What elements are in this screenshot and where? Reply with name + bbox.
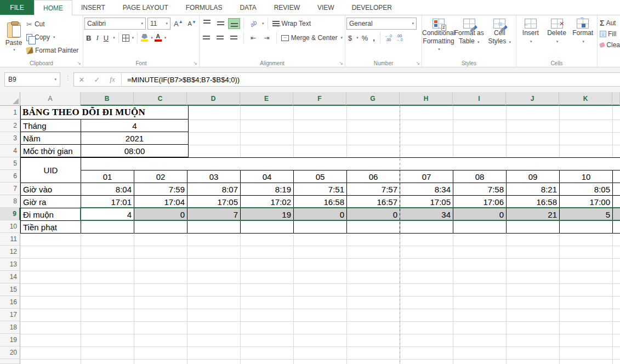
merge-center-dropdown-icon[interactable]: ▾	[340, 36, 343, 40]
name-box[interactable]: B9 ▾	[4, 72, 60, 87]
info-label[interactable]: Mốc thời gian	[21, 145, 81, 157]
select-all-corner[interactable]	[0, 92, 20, 106]
grow-font-button[interactable]: A▲	[172, 20, 185, 28]
formula-text[interactable]: =MINUTE(IF(B7>$B$4;B7-$B$4;0))	[123, 76, 240, 84]
cancel-icon[interactable]: ✕	[74, 76, 89, 84]
row-header-8[interactable]: 8	[0, 195, 20, 208]
day-header-cell[interactable]: 03	[187, 170, 241, 183]
data-cell[interactable]: 7:58	[453, 183, 507, 196]
row-header-5[interactable]: 5	[0, 157, 20, 170]
data-cell[interactable]: 8:04	[81, 183, 134, 196]
data-cell[interactable]: 16:57	[347, 196, 400, 208]
data-cell[interactable]: 0	[134, 208, 187, 221]
data-cell[interactable]	[453, 221, 507, 234]
data-cell[interactable]: 17:04	[134, 196, 187, 208]
increase-indent-button[interactable]: ⇥	[261, 32, 273, 43]
day-header-cell[interactable]: 07	[400, 170, 453, 183]
align-center-button[interactable]	[214, 32, 226, 43]
info-value[interactable]: 08:00	[81, 145, 188, 157]
info-value[interactable]: 4	[81, 120, 188, 132]
orientation-dropdown-icon[interactable]: ▾	[262, 21, 264, 26]
day-header-cell[interactable]: 02	[134, 170, 187, 183]
data-cell[interactable]: 16:58	[294, 196, 347, 208]
data-cell[interactable]: 17:06	[453, 196, 507, 208]
data-cell[interactable]: 8:19	[241, 183, 294, 196]
data-cell[interactable]: 8:34	[400, 183, 453, 196]
insert-dropdown-icon[interactable]: ▾	[530, 38, 532, 45]
data-cell[interactable]: 0	[453, 208, 507, 221]
row-header-2[interactable]: 2	[0, 120, 20, 132]
number-dialog-launcher-icon[interactable]: ↘	[416, 60, 420, 66]
paste-button[interactable]: Paste ▾	[1, 16, 26, 58]
data-cell[interactable]: 17:01	[81, 196, 134, 208]
data-cell[interactable]: 0	[347, 208, 400, 221]
align-right-button[interactable]	[228, 32, 240, 43]
align-bottom-button[interactable]	[228, 18, 240, 29]
day-header-cell[interactable]: 09	[507, 170, 560, 183]
day-header-cell[interactable]: 06	[347, 170, 400, 183]
data-cell[interactable]: 4	[81, 208, 134, 221]
day-header-cell[interactable]: 10	[560, 170, 613, 183]
day-header-cell[interactable]: 08	[453, 170, 507, 183]
data-cell[interactable]	[187, 221, 241, 234]
tab-home[interactable]: HOME	[34, 0, 72, 15]
row-header-20[interactable]: 20	[0, 346, 20, 359]
tab-insert[interactable]: INSERT	[72, 0, 114, 15]
column-header-f[interactable]: F	[293, 92, 346, 106]
data-cell[interactable]: 0	[294, 208, 347, 221]
column-header-g[interactable]: G	[346, 92, 400, 106]
tab-page-layout[interactable]: PAGE LAYOUT	[114, 0, 177, 15]
uid-header-cell[interactable]: UID	[21, 158, 81, 183]
enter-check-icon[interactable]: ✓	[89, 76, 105, 84]
fill-button[interactable]: ↓ Fill	[600, 29, 620, 39]
row-header-9[interactable]: 9	[0, 208, 20, 220]
copy-button[interactable]: Copy ▾	[26, 32, 78, 43]
font-name-combo[interactable]: Calibri ▾	[84, 18, 146, 30]
name-box-dropdown-icon[interactable]: ▾	[54, 77, 56, 82]
day-header-cell[interactable]: 04	[241, 170, 294, 183]
wrap-text-button[interactable]: Wrap Text	[271, 20, 312, 27]
tab-file[interactable]: FILE	[0, 0, 34, 15]
data-cell[interactable]: 19	[241, 208, 294, 221]
row-header-18[interactable]: 18	[0, 321, 20, 334]
data-cell[interactable]: 17:05	[400, 196, 453, 208]
row-header-6[interactable]: 6	[0, 170, 20, 183]
merge-center-button[interactable]: Merge & Center ▾	[280, 34, 344, 42]
delete-dropdown-icon[interactable]: ▾	[556, 38, 559, 45]
row-header-10[interactable]: 10	[0, 220, 20, 233]
data-cell[interactable]: 8:21	[507, 183, 560, 196]
column-header-i[interactable]: I	[453, 92, 506, 106]
row-header-14[interactable]: 14	[0, 271, 20, 283]
decrease-decimal-button[interactable]: .00→.0	[395, 34, 404, 42]
tab-developer[interactable]: DEVELOPER	[343, 0, 401, 15]
row-header-15[interactable]: 15	[0, 283, 20, 296]
row-header-partial[interactable]	[0, 359, 20, 364]
font-dialog-launcher-icon[interactable]: ↘	[193, 60, 197, 66]
row-header-1[interactable]: 1	[0, 106, 20, 120]
borders-dropdown-icon[interactable]: ▾	[132, 36, 134, 40]
data-partial-cell[interactable]	[613, 196, 620, 208]
data-cell[interactable]	[507, 221, 560, 234]
insert-function-icon[interactable]: fx	[105, 75, 120, 84]
day-header-partial-cell[interactable]	[613, 170, 620, 183]
data-cell[interactable]: 17:02	[241, 196, 294, 208]
row-label-cell[interactable]: Giờ vào	[21, 183, 81, 196]
number-format-combo[interactable]: General ▾	[346, 18, 417, 30]
column-header-k[interactable]: K	[559, 92, 612, 106]
cell-area[interactable]: BẢNG THEO DÕI ĐI MUỘN Tháng4Năm2021Mốc t…	[20, 106, 620, 364]
autosum-button[interactable]: Σ Aut	[600, 18, 620, 29]
font-color-button[interactable]: A	[155, 34, 162, 42]
fill-color-dropdown-icon[interactable]: ▾	[151, 36, 153, 40]
align-top-button[interactable]	[201, 18, 213, 29]
data-cell[interactable]	[347, 221, 400, 234]
data-cell[interactable]: 7:57	[347, 183, 400, 196]
delete-button[interactable]: Delete ▾	[544, 16, 570, 58]
comma-button[interactable]: ,	[371, 34, 377, 42]
increase-decimal-button[interactable]: ←.0.00	[384, 34, 393, 42]
align-middle-button[interactable]	[214, 18, 226, 29]
data-cell[interactable]	[134, 221, 187, 234]
row-header-3[interactable]: 3	[0, 132, 20, 145]
data-cell[interactable]: 8:05	[560, 183, 613, 196]
data-cell[interactable]: 7:51	[294, 183, 347, 196]
title-cell[interactable]: BẢNG THEO DÕI ĐI MUỘN	[21, 106, 188, 120]
